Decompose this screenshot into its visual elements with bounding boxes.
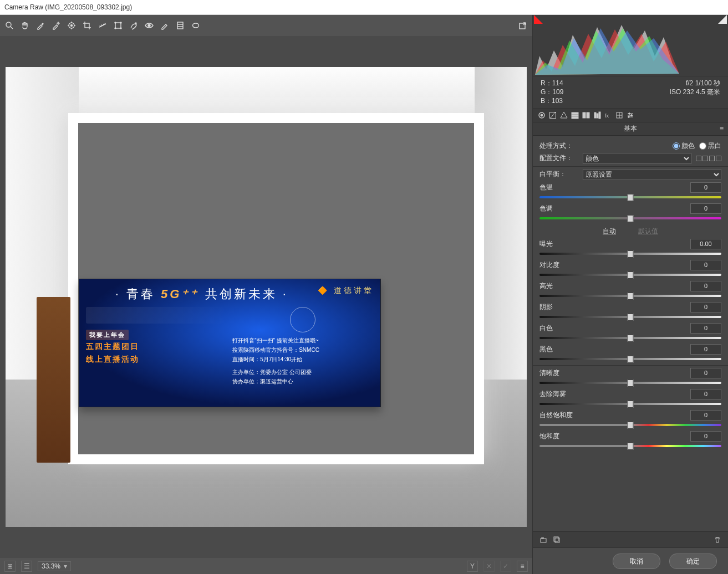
svg-point-9 — [120, 28, 121, 29]
export-icon[interactable] — [517, 19, 529, 32]
svg-rect-41 — [555, 538, 559, 542]
svg-text:fx: fx — [605, 113, 609, 119]
svg-point-2 — [58, 23, 59, 24]
dehaze-slider[interactable]: 去除薄雾0 — [539, 389, 721, 407]
redeye-tool-icon[interactable] — [143, 19, 155, 32]
dialog-footer: 取消 确定 — [533, 547, 728, 574]
toggle-grid-icon[interactable]: ⊞ — [4, 561, 16, 572]
mark-pick-icon[interactable]: ✓ — [500, 561, 511, 572]
before-after-icon[interactable]: Y — [467, 561, 478, 572]
basic-section: 处理方式： 颜色 黑白 配置文件： 颜色 白平衡： 原照设置 色温0 色调0 — [533, 136, 728, 453]
default-button[interactable]: 默认值 — [638, 227, 658, 236]
toggle-split-icon[interactable]: ☰ — [21, 561, 32, 572]
panel-menu-icon[interactable]: ≡ — [720, 125, 724, 132]
target-adjust-icon[interactable] — [65, 19, 78, 32]
ok-button[interactable]: 确定 — [669, 554, 717, 569]
clarity-slider[interactable]: 清晰度0 — [539, 368, 721, 386]
tint-slider[interactable]: 色调0 — [539, 203, 721, 221]
highlight-clip-icon[interactable] — [718, 15, 727, 24]
treatment-bw-radio[interactable]: 黑白 — [699, 141, 721, 151]
window-title: Camera Raw (IMG_20200508_093302.jpg) — [4, 3, 132, 11]
svg-rect-38 — [541, 539, 546, 542]
mark-reject-icon[interactable]: ✕ — [483, 561, 495, 572]
exposure-slider[interactable]: 曝光0.00 — [539, 239, 721, 257]
crop-tool-icon[interactable] — [81, 19, 93, 32]
histogram[interactable] — [533, 15, 728, 76]
transform-tool-icon[interactable] — [112, 19, 124, 32]
wb-select[interactable]: 原照设置 — [583, 169, 721, 180]
saturation-slider[interactable]: 饱和度0 — [539, 431, 721, 449]
svg-point-7 — [120, 22, 121, 23]
trash-icon[interactable] — [712, 535, 722, 545]
color-sampler-icon[interactable] — [50, 19, 62, 32]
svg-point-18 — [541, 114, 543, 116]
tab-detail-icon[interactable] — [558, 110, 569, 120]
main-pane: · 青春 5G⁺⁺ 共创新未来 · 🔶 道德讲堂 我要上年会 五四主题团日 线上… — [0, 15, 532, 574]
auto-button[interactable]: 自动 — [603, 227, 616, 236]
app-body: · 青春 5G⁺⁺ 共创新未来 · 🔶 道德讲堂 我要上年会 五四主题团日 线上… — [0, 15, 728, 574]
svg-rect-27 — [599, 112, 600, 119]
svg-rect-22 — [572, 117, 578, 119]
profile-select[interactable]: 颜色 — [583, 153, 691, 164]
tab-curve-icon[interactable] — [547, 110, 558, 120]
wb-eyedropper-icon[interactable] — [34, 19, 47, 32]
tab-calib-icon[interactable] — [614, 110, 625, 120]
straighten-tool-icon[interactable] — [96, 19, 109, 32]
tab-fx-icon[interactable]: fx — [603, 110, 614, 120]
info-readout: R：114 G：109 B：103 f/2 1/100 秒 ISO 232 4.… — [533, 76, 728, 109]
tab-hsl-icon[interactable] — [569, 110, 581, 120]
vibrance-slider[interactable]: 自然饱和度0 — [539, 410, 721, 428]
svg-rect-40 — [554, 537, 558, 541]
svg-point-11 — [148, 24, 150, 27]
svg-point-10 — [135, 23, 136, 24]
svg-rect-5 — [115, 23, 121, 28]
adjust-brush-icon[interactable] — [159, 19, 171, 32]
svg-point-4 — [71, 25, 73, 27]
filmstrip-menu-icon[interactable]: ≡ — [517, 561, 528, 572]
spot-removal-icon[interactable] — [128, 19, 140, 32]
graduated-filter-icon[interactable] — [174, 19, 186, 32]
led-screen: · 青春 5G⁺⁺ 共创新未来 · 🔶 道德讲堂 我要上年会 五四主题团日 线上… — [79, 279, 381, 407]
hand-tool-icon[interactable] — [19, 19, 31, 32]
svg-rect-24 — [587, 112, 589, 118]
zoom-tool-icon[interactable] — [3, 19, 16, 32]
svg-point-0 — [6, 22, 11, 27]
svg-point-36 — [631, 114, 633, 116]
tab-split-icon[interactable] — [581, 110, 592, 120]
snapshot-new-icon[interactable] — [538, 535, 548, 545]
tab-basic-icon[interactable] — [536, 110, 547, 120]
snapshot-copy-icon[interactable] — [552, 535, 562, 545]
preview-bottombar: ⊞ ☰ 33.3%▾ Y ✕ ✓ ≡ — [0, 558, 532, 574]
shadows-slider[interactable]: 阴影0 — [539, 302, 721, 320]
side-bottom-strip — [533, 531, 728, 547]
svg-point-8 — [115, 28, 116, 29]
qr-circle-icon — [290, 307, 315, 332]
svg-point-35 — [629, 112, 630, 114]
window-titlebar: Camera Raw (IMG_20200508_093302.jpg) — [0, 0, 728, 15]
tab-lens-icon[interactable] — [592, 110, 603, 120]
side-panel: R：114 G：109 B：103 f/2 1/100 秒 ISO 232 4.… — [532, 15, 728, 574]
highlights-slider[interactable]: 高光0 — [539, 281, 721, 299]
preview-area[interactable]: · 青春 5G⁺⁺ 共创新未来 · 🔶 道德讲堂 我要上年会 五四主题团日 线上… — [0, 36, 532, 558]
panel-tabs: fx — [533, 109, 728, 122]
cancel-button[interactable]: 取消 — [613, 554, 660, 569]
tab-presets-icon[interactable] — [625, 110, 636, 120]
svg-rect-20 — [572, 112, 578, 114]
tool-toolbar — [0, 15, 532, 36]
svg-line-1 — [11, 27, 13, 29]
treatment-color-radio[interactable]: 颜色 — [673, 141, 695, 151]
svg-point-37 — [628, 116, 630, 117]
whites-slider[interactable]: 白色0 — [539, 323, 721, 341]
temp-slider[interactable]: 色温0 — [539, 182, 721, 200]
zoom-level[interactable]: 33.3%▾ — [38, 561, 71, 571]
svg-rect-39 — [542, 537, 543, 539]
profile-browser-icon[interactable] — [696, 156, 721, 161]
preview-image: · 青春 5G⁺⁺ 共创新未来 · 🔶 道德讲堂 我要上年会 五四主题团日 线上… — [6, 67, 527, 527]
blacks-slider[interactable]: 黑色0 — [539, 344, 721, 362]
contrast-slider[interactable]: 对比度0 — [539, 260, 721, 278]
radial-filter-icon[interactable] — [190, 19, 202, 32]
svg-rect-26 — [597, 114, 598, 118]
svg-rect-21 — [572, 115, 578, 116]
svg-rect-25 — [594, 112, 596, 118]
panel-title: 基本 ≡ — [533, 122, 728, 136]
